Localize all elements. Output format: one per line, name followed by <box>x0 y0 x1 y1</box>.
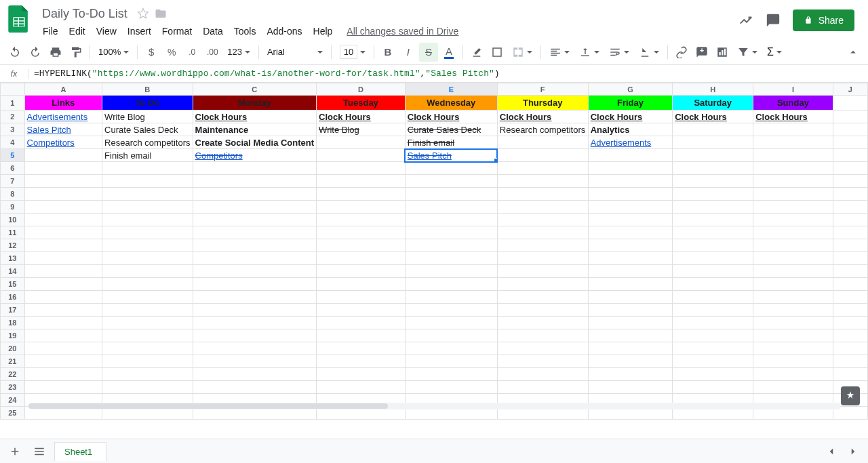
cell-J3[interactable] <box>833 123 867 136</box>
cell-D3[interactable]: Write Blog <box>317 123 406 136</box>
cell-F6[interactable] <box>497 162 588 175</box>
cell-E13[interactable] <box>405 252 497 265</box>
cell-H6[interactable] <box>673 162 753 175</box>
cell-C9[interactable] <box>193 201 317 214</box>
halign-icon[interactable] <box>545 46 574 58</box>
cell-I17[interactable] <box>753 304 833 317</box>
horizontal-scrollbar[interactable] <box>28 403 841 409</box>
move-folder-icon[interactable] <box>155 7 167 20</box>
select-all-corner[interactable] <box>1 83 25 96</box>
cell-F11[interactable] <box>497 226 588 239</box>
insert-chart-icon[interactable] <box>713 43 732 62</box>
cell-J13[interactable] <box>833 252 867 265</box>
menu-view[interactable]: View <box>92 23 121 39</box>
cell-F18[interactable] <box>497 317 588 329</box>
cell-I7[interactable] <box>753 175 833 188</box>
cell-A9[interactable] <box>24 201 102 214</box>
cell-D8[interactable] <box>317 188 406 201</box>
cell-A15[interactable] <box>24 278 102 291</box>
cell-B19[interactable] <box>102 329 193 342</box>
cell-B22[interactable] <box>102 368 193 381</box>
cell-D20[interactable] <box>317 342 406 355</box>
cell-B15[interactable] <box>102 278 193 291</box>
col-header-G[interactable]: G <box>588 83 673 96</box>
filter-icon[interactable] <box>733 46 762 58</box>
menu-file[interactable]: File <box>38 23 63 39</box>
cell-D21[interactable] <box>317 355 406 368</box>
cell-D18[interactable] <box>317 317 406 329</box>
cell-F3[interactable]: Research competitors <box>497 123 588 136</box>
row-header-10[interactable]: 10 <box>1 214 25 226</box>
menu-data[interactable]: Data <box>198 23 228 39</box>
star-icon[interactable] <box>137 7 149 20</box>
col-header-B[interactable]: B <box>102 83 193 96</box>
functions-icon[interactable]: Σ <box>763 46 786 58</box>
cell-F8[interactable] <box>497 188 588 201</box>
cell-A17[interactable] <box>24 304 102 317</box>
col-header-F[interactable]: F <box>497 83 588 96</box>
currency-icon[interactable]: $ <box>142 43 161 62</box>
cell-G15[interactable] <box>588 278 673 291</box>
cell-J20[interactable] <box>833 342 867 355</box>
cell-I16[interactable] <box>753 291 833 304</box>
cell-F13[interactable] <box>497 252 588 265</box>
cell-A3[interactable]: Sales Pitch <box>24 123 102 136</box>
cell-J6[interactable] <box>833 162 867 175</box>
cell-C13[interactable] <box>193 252 317 265</box>
cell-A19[interactable] <box>24 329 102 342</box>
cell-I5[interactable] <box>753 149 833 162</box>
cell-H13[interactable] <box>673 252 753 265</box>
col-header-A[interactable]: A <box>24 83 102 96</box>
cell-J18[interactable] <box>833 317 867 329</box>
wrap-icon[interactable] <box>605 46 633 58</box>
decrease-decimal-icon[interactable]: .0 <box>182 43 201 62</box>
cell-G23[interactable] <box>588 381 673 394</box>
cell-C22[interactable] <box>193 368 317 381</box>
cell-I8[interactable] <box>753 188 833 201</box>
cell-H4[interactable] <box>673 136 753 149</box>
cell-H11[interactable] <box>673 226 753 239</box>
menu-insert[interactable]: Insert <box>123 23 156 39</box>
cell-C8[interactable] <box>193 188 317 201</box>
cell-G10[interactable] <box>588 214 673 226</box>
merge-cells-icon[interactable] <box>508 46 536 58</box>
cell-E12[interactable] <box>405 239 497 252</box>
cell-D4[interactable] <box>317 136 406 149</box>
cell-F10[interactable] <box>497 214 588 226</box>
cell-F12[interactable] <box>497 239 588 252</box>
explore-button[interactable] <box>841 386 860 405</box>
col-header-D[interactable]: D <box>317 83 406 96</box>
row-header-19[interactable]: 19 <box>1 329 25 342</box>
cell-G9[interactable] <box>588 201 673 214</box>
paint-format-icon[interactable] <box>66 43 85 62</box>
cell-B13[interactable] <box>102 252 193 265</box>
menu-addons[interactable]: Add-ons <box>262 23 307 39</box>
cell-H10[interactable] <box>673 214 753 226</box>
cell-F19[interactable] <box>497 329 588 342</box>
cell-G4[interactable]: Advertisements <box>588 136 673 149</box>
undo-icon[interactable] <box>5 43 24 62</box>
cell-C2[interactable]: Clock Hours <box>193 110 317 123</box>
menu-format[interactable]: Format <box>157 23 197 39</box>
sheets-logo[interactable] <box>5 5 33 33</box>
percent-icon[interactable]: % <box>162 43 181 62</box>
cell-D9[interactable] <box>317 201 406 214</box>
cell-A22[interactable] <box>24 368 102 381</box>
cell-C16[interactable] <box>193 291 317 304</box>
cell-H21[interactable] <box>673 355 753 368</box>
cell-C6[interactable] <box>193 162 317 175</box>
cell-B1[interactable]: To Do <box>102 96 193 110</box>
cell-I11[interactable] <box>753 226 833 239</box>
cell-J9[interactable] <box>833 201 867 214</box>
row-header-15[interactable]: 15 <box>1 278 25 291</box>
row-header-8[interactable]: 8 <box>1 188 25 201</box>
rotate-icon[interactable] <box>635 46 663 58</box>
collapse-toolbar-icon[interactable] <box>844 43 863 62</box>
cell-J19[interactable] <box>833 329 867 342</box>
row-header-23[interactable]: 23 <box>1 381 25 394</box>
cell-G21[interactable] <box>588 355 673 368</box>
cell-B10[interactable] <box>102 214 193 226</box>
cell-G16[interactable] <box>588 291 673 304</box>
cell-H2[interactable]: Clock Hours <box>673 110 753 123</box>
cell-H9[interactable] <box>673 201 753 214</box>
